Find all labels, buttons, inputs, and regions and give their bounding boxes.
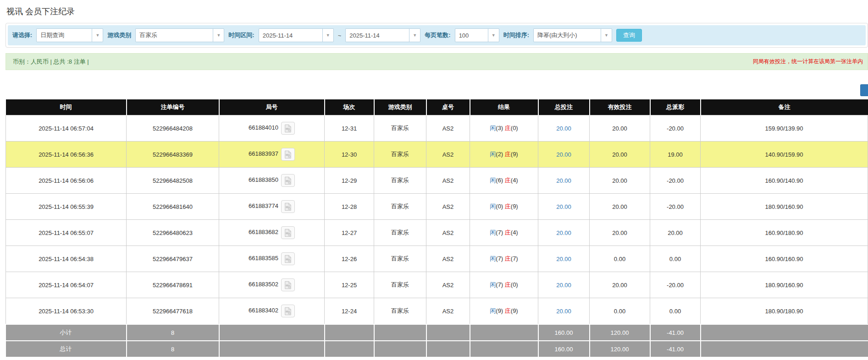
- payout-cell: -20.00: [650, 194, 701, 220]
- date-to-value: 2025-11-14: [346, 32, 409, 39]
- bet-id-cell: 522966483369: [127, 142, 219, 168]
- video-replay-icon: [284, 180, 292, 186]
- chevron-down-icon: ▼: [213, 29, 224, 42]
- video-replay-button[interactable]: [281, 148, 295, 161]
- subtotal-row-cell: [374, 324, 426, 341]
- table-no-cell: AS2: [426, 246, 470, 272]
- total-bet-link[interactable]: 20.00: [556, 177, 571, 184]
- table-row: 2025-11-14 06:55:07522966480623661883682…: [6, 220, 868, 246]
- date-from-value: 2025-11-14: [259, 32, 322, 39]
- game-category-select[interactable]: 百家乐 ▼: [135, 28, 224, 42]
- table-no-cell: AS2: [426, 142, 470, 168]
- video-replay-button[interactable]: [281, 174, 295, 187]
- valid-bet-cell: 20.00: [590, 168, 650, 194]
- time-cell: 2025-11-14 06:56:06: [6, 168, 127, 194]
- date-from-select[interactable]: 2025-11-14 ▼: [259, 28, 334, 42]
- date-to-select[interactable]: 2025-11-14 ▼: [345, 28, 420, 42]
- valid-bet-cell: 20.00: [590, 194, 650, 220]
- total-bet-cell: 20.00: [538, 194, 590, 220]
- total-row-cell: [701, 341, 868, 357]
- valid-bet-cell: 20.00: [590, 142, 650, 168]
- table-row: 2025-11-14 06:57:04522966484208661884010…: [6, 115, 868, 142]
- note-cell: 180.90/160.90: [701, 194, 868, 220]
- subtotal-row-cell: [470, 324, 538, 341]
- bets-table: 时间注单编号局号场次游戏类别桌号结果总投注有效投注总派彩备注 2025-11-1…: [6, 99, 868, 357]
- query-type-value: 日期查询: [37, 31, 92, 39]
- table-no-cell: AS2: [426, 220, 470, 246]
- banker-result-label: 庄: [505, 281, 511, 288]
- total-bet-link[interactable]: 20.00: [556, 282, 571, 289]
- subtotal-row-cell: 8: [127, 324, 219, 341]
- chevron-down-icon: ▼: [322, 29, 333, 42]
- page-size-select[interactable]: 100 ▼: [455, 28, 499, 42]
- total-row-cell: -41.00: [650, 341, 701, 357]
- video-replay-button[interactable]: [281, 200, 295, 213]
- search-button[interactable]: 查询: [616, 29, 642, 42]
- top-right-partial-button[interactable]: [860, 84, 868, 96]
- player-result-label: 闲: [490, 307, 496, 314]
- page-title: 视讯 会员下注纪录: [6, 6, 868, 17]
- session-cell: 12-24: [325, 298, 374, 325]
- banker-result-label: 庄: [505, 229, 511, 236]
- round-id-cell: 661883502: [219, 272, 325, 298]
- video-replay-icon: [284, 153, 292, 160]
- game-type-cell: 百家乐: [374, 168, 426, 194]
- video-replay-button[interactable]: [281, 252, 295, 265]
- subtotal-row-cell: [219, 324, 325, 341]
- table-no-cell: AS2: [426, 272, 470, 298]
- subtotal-row-cell: 小计: [6, 324, 127, 341]
- result-cell: 闲(7) 庄(7): [470, 246, 538, 272]
- total-bet-link[interactable]: 20.00: [556, 256, 571, 262]
- table-no-cell: AS2: [426, 168, 470, 194]
- session-cell: 12-25: [325, 272, 374, 298]
- total-bet-cell: 20.00: [538, 298, 590, 325]
- query-type-label: 请选择:: [12, 31, 32, 39]
- total-bet-cell: 20.00: [538, 115, 590, 142]
- session-cell: 12-27: [325, 220, 374, 246]
- chevron-down-icon: ▼: [409, 29, 420, 42]
- total-bet-cell: 20.00: [538, 246, 590, 272]
- time-cell: 2025-11-14 06:54:07: [6, 272, 127, 298]
- video-replay-button[interactable]: [281, 278, 295, 291]
- total-bet-link[interactable]: 20.00: [556, 308, 571, 315]
- valid-bet-cell: 20.00: [590, 220, 650, 246]
- summary-bar: 币别：人民币 | 总共 :8 注单 | 同局有效投注，统一计算在该局第一张注单内: [6, 53, 868, 70]
- video-replay-icon: [284, 258, 292, 265]
- total-bet-link[interactable]: 20.00: [556, 229, 571, 236]
- note-cell: 160.90/180.90: [701, 220, 868, 246]
- player-result-label: 闲: [490, 203, 496, 210]
- round-id-cell: 661883585: [219, 246, 325, 272]
- total-bet-link[interactable]: 20.00: [556, 151, 571, 158]
- round-id-value: 661884010: [249, 124, 278, 131]
- total-bet-cell: 20.00: [538, 168, 590, 194]
- video-replay-icon: [284, 206, 292, 213]
- round-id-value: 661883682: [249, 229, 278, 235]
- video-replay-button[interactable]: [281, 305, 295, 317]
- total-row-cell: 总计: [6, 341, 127, 357]
- player-result-label: 闲: [490, 281, 496, 288]
- total-row-cell: 160.00: [538, 341, 590, 357]
- payout-cell: 20.00: [650, 220, 701, 246]
- result-cell: 闲(6) 庄(4): [470, 168, 538, 194]
- video-replay-button[interactable]: [281, 226, 295, 239]
- table-no-cell: AS2: [426, 115, 470, 142]
- banker-result-label: 庄: [505, 151, 511, 158]
- video-replay-icon: [284, 284, 292, 291]
- total-row-cell: [426, 341, 470, 357]
- round-id-value: 661883774: [249, 202, 278, 209]
- payout-cell: -20.00: [650, 168, 701, 194]
- total-bet-cell: 20.00: [538, 220, 590, 246]
- time-cell: 2025-11-14 06:57:04: [6, 115, 127, 142]
- currency-summary: 币别：人民币 | 总共 :8 注单 |: [13, 58, 89, 66]
- payout-cell: 19.00: [650, 142, 701, 168]
- table-row: 2025-11-14 06:55:39522966481640661883774…: [6, 194, 868, 220]
- session-cell: 12-29: [325, 168, 374, 194]
- total-bet-link[interactable]: 20.00: [556, 203, 571, 210]
- query-type-select[interactable]: 日期查询 ▼: [36, 28, 103, 42]
- subtotal-row-cell: 120.00: [590, 324, 650, 341]
- total-bet-link[interactable]: 20.00: [556, 125, 571, 132]
- video-replay-button[interactable]: [281, 122, 295, 135]
- round-id-value: 661883402: [249, 307, 278, 314]
- sort-order-select[interactable]: 降幂(由大到小) ▼: [533, 28, 612, 42]
- total-row-cell: [470, 341, 538, 357]
